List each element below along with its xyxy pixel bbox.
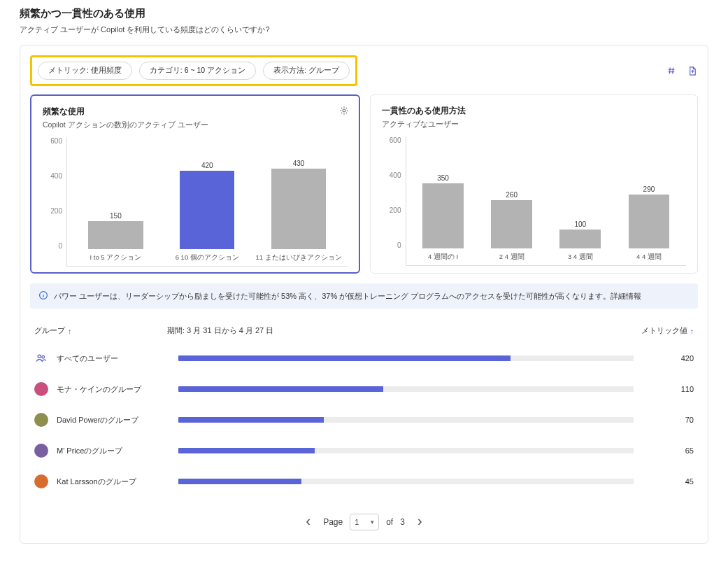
- bar: [422, 183, 464, 248]
- bar-group: 43011 またはいびきアクション: [253, 137, 345, 266]
- bar-value-label: 260: [506, 191, 518, 199]
- page-number-select[interactable]: 1 ▾: [350, 514, 379, 530]
- gear-icon[interactable]: [339, 106, 349, 118]
- y-tick: 200: [390, 206, 401, 214]
- page-label: Page: [323, 517, 343, 527]
- col-header-group[interactable]: グループ ↑: [34, 325, 167, 336]
- row-name: M' Priceのグループ: [57, 446, 122, 456]
- table-header: グループ ↑ 期間: 3 月 31 日から 4 月 27 日 メトリック値 ↑: [30, 325, 698, 343]
- bar-group: 3504 週間の I: [409, 136, 478, 265]
- row-bar-fill: [178, 448, 315, 453]
- y-tick: 600: [390, 136, 401, 144]
- chart-card-consistency[interactable]: 一貫性のある使用方法 アクティブなユーザー 6004002000 3504 週間…: [370, 94, 699, 274]
- table-row[interactable]: M' Priceのグループ65: [30, 435, 698, 466]
- row-name: Kat Larssonのグループ: [57, 477, 136, 487]
- dashboard-card: メトリック: 使用頻度 カテゴリ: 6 ~ 10 アクション 表示方法: グルー…: [20, 45, 708, 544]
- bar: [180, 171, 234, 249]
- page-of-label: of: [386, 517, 393, 527]
- avatar: [34, 444, 48, 458]
- page-next-button[interactable]: [412, 514, 427, 530]
- row-bar-track: [178, 386, 634, 392]
- category-label: 6 10 個のアクション: [176, 253, 239, 266]
- y-tick: 0: [397, 241, 401, 249]
- table-body: すべてのユーザー420モナ・ケインのグループ110David Powerのグルー…: [30, 343, 698, 497]
- row-bar-track: [178, 448, 634, 453]
- category-label: 11 またはいびきアクション: [255, 253, 341, 266]
- filter-group-highlight: メトリック: 使用頻度 カテゴリ: 6 ~ 10 アクション 表示方法: グルー…: [30, 55, 357, 86]
- chart1-subtitle: Copilot アクションの数別のアクティブ ユーザー: [43, 120, 348, 130]
- row-name: David Powerのグループ: [57, 415, 138, 425]
- svg-point-2: [38, 355, 41, 358]
- row-value: 65: [645, 446, 694, 455]
- row-bar-track: [178, 479, 634, 484]
- table-row[interactable]: Kat Larssonのグループ45: [30, 466, 698, 497]
- info-text: パワー ユーザーは、リーダーシップから励ましを受けた可能性が 53% 高く、37…: [54, 291, 641, 302]
- category-label: 2 4 週間: [499, 253, 524, 265]
- y-tick: 400: [50, 172, 62, 180]
- bar-value-label: 290: [643, 185, 655, 193]
- page-prev-button[interactable]: [301, 514, 316, 530]
- chart2-title: 一貫性のある使用方法: [382, 105, 687, 117]
- category-label: 3 4 週間: [568, 253, 593, 265]
- row-value: 420: [645, 354, 694, 362]
- filter-display-pill[interactable]: 表示方法: グループ: [263, 62, 350, 80]
- bar-group: 4206 10 個のアクション: [162, 137, 253, 266]
- bar-value-label: 420: [201, 162, 213, 169]
- info-icon: [38, 290, 48, 302]
- hash-icon[interactable]: [666, 65, 677, 76]
- chart1-title: 頻繁な使用: [43, 106, 348, 118]
- chart2-body: 6004002000 3504 週間の I2602 4 週間1003 4 週間2…: [382, 136, 687, 266]
- row-name: すべてのユーザー: [57, 353, 118, 364]
- filter-metric-pill[interactable]: メトリック: 使用頻度: [38, 62, 132, 80]
- chart-card-frequency[interactable]: 頻繁な使用 Copilot アクションの数別のアクティブ ユーザー 600400…: [30, 94, 360, 274]
- col-header-metric[interactable]: メトリック値 ↑: [617, 325, 694, 336]
- table-row[interactable]: David Powerのグループ70: [30, 404, 698, 435]
- y-tick: 400: [390, 171, 401, 179]
- y-tick: 200: [50, 207, 62, 215]
- bar-value-label: 430: [293, 160, 305, 167]
- col-header-period: 期間: 3 月 31 日から 4 月 27 日: [167, 325, 617, 336]
- sort-asc-icon: ↑: [68, 327, 72, 335]
- chart1-body: 6004002000 150I to 5 アクション4206 10 個のアクショ…: [43, 137, 348, 267]
- row-value: 70: [645, 416, 694, 424]
- bar-group: 1003 4 週間: [546, 136, 615, 265]
- page-subtitle: アクティブ ユーザーが Copilot を利用している頻度はどのくらいですか?: [20, 24, 708, 35]
- avatar: [34, 474, 48, 488]
- bar-group: 2602 4 週間: [478, 136, 546, 265]
- row-name: モナ・ケインのグループ: [57, 384, 141, 395]
- chevron-down-icon: ▾: [371, 519, 374, 526]
- bar-value-label: 150: [110, 212, 122, 220]
- table-row[interactable]: モナ・ケインのグループ110: [30, 374, 698, 404]
- export-icon[interactable]: [687, 65, 698, 76]
- bar-value-label: 100: [574, 220, 586, 228]
- people-icon: [34, 351, 48, 365]
- row-bar-fill: [178, 355, 511, 361]
- row-bar-fill: [178, 386, 383, 392]
- info-banner: パワー ユーザーは、リーダーシップから励ましを受けた可能性が 53% 高く、37…: [30, 283, 698, 309]
- svg-point-0: [343, 109, 345, 112]
- sort-asc-icon: ↑: [690, 327, 694, 335]
- row-bar-fill: [178, 417, 324, 423]
- bar-value-label: 350: [437, 174, 449, 182]
- y-tick: 0: [58, 242, 62, 250]
- category-label: 4 週間の I: [428, 253, 458, 265]
- row-value: 110: [645, 385, 694, 393]
- bar-group: 2904 4 週間: [615, 136, 683, 265]
- pagination: Page 1 ▾ of 3: [30, 514, 698, 530]
- bar: [559, 230, 601, 248]
- row-value: 45: [645, 477, 694, 486]
- row-bar-track: [178, 355, 634, 361]
- y-tick: 600: [50, 137, 62, 145]
- page-total: 3: [400, 517, 405, 527]
- bar: [88, 221, 143, 249]
- bar: [491, 200, 532, 248]
- chart2-subtitle: アクティブなユーザー: [382, 120, 687, 129]
- bar-group: 150I to 5 アクション: [70, 137, 162, 266]
- row-bar-fill: [178, 479, 301, 484]
- category-label: I to 5 アクション: [90, 253, 142, 266]
- filter-category-pill[interactable]: カテゴリ: 6 ~ 10 アクション: [139, 62, 256, 80]
- table-row[interactable]: すべてのユーザー420: [30, 343, 698, 374]
- svg-point-3: [42, 355, 45, 358]
- category-label: 4 4 週間: [636, 253, 662, 265]
- row-bar-track: [178, 417, 634, 423]
